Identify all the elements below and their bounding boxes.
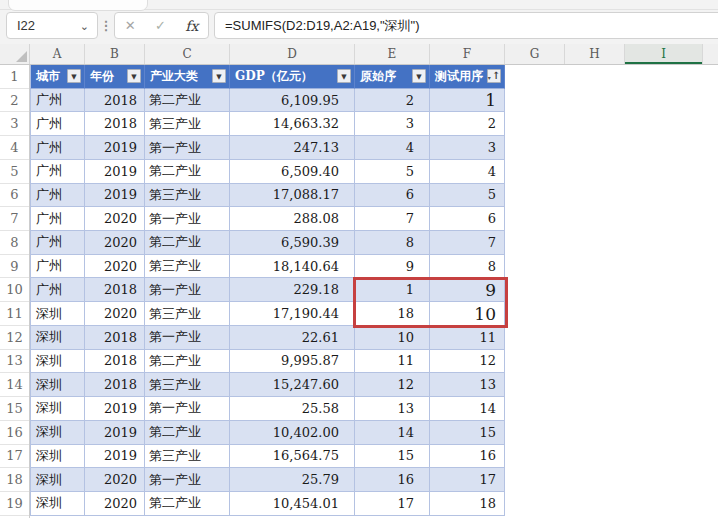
row-header-12[interactable]: 12 [0, 326, 29, 350]
cell-test[interactable]: 13 [430, 373, 505, 397]
cell-gdp[interactable]: 6,109.95 [230, 89, 355, 113]
cell-orig[interactable]: 16 [355, 468, 430, 492]
cell-gdp[interactable]: 15,247.60 [230, 373, 355, 397]
cell-city[interactable]: 广州 [30, 136, 85, 160]
cell-year[interactable]: 2018 [85, 326, 145, 350]
cell-test[interactable]: 2 [430, 112, 505, 136]
cell-city[interactable]: 深圳 [30, 373, 85, 397]
cell-city[interactable]: 广州 [30, 207, 85, 231]
row-header-11[interactable]: 11 [0, 302, 29, 326]
cell-gdp[interactable]: 17,190.44 [230, 302, 355, 326]
cell-city[interactable]: 广州 [30, 184, 85, 208]
cell-orig[interactable]: 3 [355, 112, 430, 136]
cell-gdp[interactable]: 288.08 [230, 207, 355, 231]
cell-gdp[interactable]: 247.13 [230, 136, 355, 160]
cell-city[interactable]: 广州 [30, 231, 85, 255]
cell-gdp[interactable]: 6,590.39 [230, 231, 355, 255]
cell-test[interactable]: 8 [430, 255, 505, 279]
cell-industry[interactable]: 第三产业 [145, 184, 230, 208]
cell-year[interactable]: 2020 [85, 255, 145, 279]
cell-city[interactable]: 深圳 [30, 397, 85, 421]
cell-year[interactable]: 2020 [85, 492, 145, 516]
cell-test[interactable]: 10 [430, 302, 505, 326]
row-header-9[interactable]: 9 [0, 255, 29, 279]
filter-sort-asc-icon[interactable]: ▾↑ [487, 69, 501, 83]
cell-test[interactable]: 6 [430, 207, 505, 231]
cell-year[interactable]: 2020 [85, 207, 145, 231]
cell-city[interactable]: 广州 [30, 112, 85, 136]
column-header-D[interactable]: D [230, 44, 355, 64]
cell-test[interactable]: 12 [430, 350, 505, 374]
cell-gdp[interactable]: 9,995.87 [230, 350, 355, 374]
column-header-C[interactable]: C [145, 44, 230, 64]
cell-city[interactable]: 广州 [30, 89, 85, 113]
cell-gdp[interactable]: 18,140.64 [230, 255, 355, 279]
cell-gdp[interactable]: 25.79 [230, 468, 355, 492]
cell-gdp[interactable]: 10,454.01 [230, 492, 355, 516]
cell-city[interactable]: 深圳 [30, 302, 85, 326]
cell-year[interactable]: 2020 [85, 468, 145, 492]
cell-industry[interactable]: 第三产业 [145, 373, 230, 397]
cell-test[interactable]: 17 [430, 468, 505, 492]
cell-industry[interactable]: 第一产业 [145, 278, 230, 302]
cell-gdp[interactable]: 229.18 [230, 278, 355, 302]
cell-city[interactable]: 广州 [30, 160, 85, 184]
cell-orig[interactable]: 1 [355, 278, 430, 302]
cell-city[interactable]: 深圳 [30, 421, 85, 445]
cell-year[interactable]: 2018 [85, 350, 145, 374]
cell-city[interactable]: 深圳 [30, 326, 85, 350]
column-header-I[interactable]: I [625, 44, 703, 64]
cell-test[interactable]: 18 [430, 492, 505, 516]
row-header-1[interactable]: 1 [0, 65, 29, 89]
cell-gdp[interactable]: 22.61 [230, 326, 355, 350]
cell-year[interactable]: 2019 [85, 160, 145, 184]
cell-city[interactable]: 深圳 [30, 350, 85, 374]
cell-year[interactable]: 2018 [85, 373, 145, 397]
cell-industry[interactable]: 第二产业 [145, 350, 230, 374]
cell-gdp[interactable]: 6,509.40 [230, 160, 355, 184]
formula-bar[interactable]: =SUMIFS(D2:D19,A2:A19,"深圳") [214, 12, 718, 39]
cell-orig[interactable]: 14 [355, 421, 430, 445]
cell-industry[interactable]: 第三产业 [145, 255, 230, 279]
cell-year[interactable]: 2018 [85, 278, 145, 302]
column-header-B[interactable]: B [85, 44, 145, 64]
row-header-5[interactable]: 5 [0, 160, 29, 184]
filter-dropdown-icon[interactable]: ▼ [412, 69, 426, 83]
select-all-corner[interactable] [0, 44, 30, 64]
cell-city[interactable]: 深圳 [30, 468, 85, 492]
cell-year[interactable]: 2018 [85, 89, 145, 113]
cell-orig[interactable]: 9 [355, 255, 430, 279]
cell-orig[interactable]: 11 [355, 350, 430, 374]
cell-gdp[interactable]: 25.58 [230, 397, 355, 421]
row-header-15[interactable]: 15 [0, 397, 29, 421]
column-header-F[interactable]: F [430, 44, 505, 64]
cell-year[interactable]: 2020 [85, 302, 145, 326]
cell-test[interactable]: 14 [430, 397, 505, 421]
cell-test[interactable]: 15 [430, 421, 505, 445]
filter-dropdown-icon[interactable]: ▼ [337, 69, 351, 83]
cell-city[interactable]: 广州 [30, 255, 85, 279]
cell-year[interactable]: 2019 [85, 184, 145, 208]
filter-dropdown-icon[interactable]: ▼ [67, 69, 81, 83]
cell-test[interactable]: 11 [430, 326, 505, 350]
row-header-10[interactable]: 10 [0, 278, 29, 302]
cell-orig[interactable]: 6 [355, 184, 430, 208]
row-header-13[interactable]: 13 [0, 350, 29, 374]
cell-orig[interactable]: 2 [355, 89, 430, 113]
cell-city[interactable]: 广州 [30, 278, 85, 302]
name-box[interactable]: I22 ⌄ [6, 12, 98, 39]
cell-orig[interactable]: 4 [355, 136, 430, 160]
chevron-down-icon[interactable]: ⌄ [80, 21, 97, 31]
row-header-17[interactable]: 17 [0, 445, 29, 469]
cell-gdp[interactable]: 16,564.75 [230, 445, 355, 469]
cell-orig[interactable]: 18 [355, 302, 430, 326]
filter-dropdown-icon[interactable]: ▼ [127, 69, 141, 83]
cell-industry[interactable]: 第二产业 [145, 231, 230, 255]
row-header-3[interactable]: 3 [0, 112, 29, 136]
cell-gdp[interactable]: 17,088.17 [230, 184, 355, 208]
cancel-icon[interactable]: ✕ [125, 18, 136, 33]
cell-year[interactable]: 2019 [85, 397, 145, 421]
cell-orig[interactable]: 17 [355, 492, 430, 516]
row-header-16[interactable]: 16 [0, 421, 29, 445]
cell-test[interactable]: 4 [430, 160, 505, 184]
